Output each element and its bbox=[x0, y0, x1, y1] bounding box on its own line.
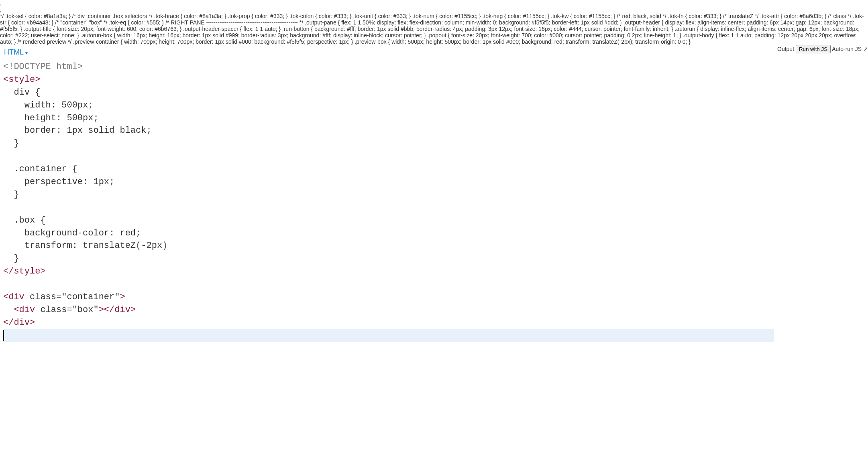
code-line[interactable]: transform: translateZ(-2px) bbox=[3, 239, 774, 252]
code-line[interactable]: <!DOCTYPE html> bbox=[3, 61, 774, 73]
code-line[interactable]: width: 500px; bbox=[3, 99, 774, 112]
code-line[interactable]: div { bbox=[3, 86, 774, 99]
code-line[interactable]: <style> bbox=[3, 73, 774, 86]
editor-header: HTML ▾ bbox=[0, 45, 777, 58]
code-line[interactable] bbox=[3, 150, 774, 163]
code-line[interactable]: </div> bbox=[3, 316, 774, 329]
output-header: Output Run with JS Auto-run JS ↗ bbox=[777, 45, 868, 53]
code-line[interactable]: </style> bbox=[3, 265, 774, 278]
output-pane: Output Run with JS Auto-run JS ↗ bbox=[777, 45, 868, 458]
autorun-label: Auto-run JS bbox=[832, 46, 862, 52]
code-line[interactable]: border: 1px solid black; bbox=[3, 124, 774, 137]
output-title: Output bbox=[777, 46, 794, 52]
language-selector-label: HTML bbox=[4, 48, 24, 57]
code-line[interactable] bbox=[3, 278, 774, 291]
code-line[interactable]: height: 500px; bbox=[3, 112, 774, 125]
code-line[interactable] bbox=[3, 201, 774, 214]
app-root: HTML ▾ <!DOCTYPE html><style> div { widt… bbox=[0, 45, 868, 458]
autorun-toggle[interactable]: Auto-run JS bbox=[832, 46, 863, 52]
code-line[interactable]: <div class="container"> bbox=[3, 291, 774, 304]
run-with-js-button[interactable]: Run with JS bbox=[796, 45, 831, 53]
editor-pane: HTML ▾ <!DOCTYPE html><style> div { widt… bbox=[0, 45, 777, 458]
code-line[interactable]: background-color: red; bbox=[3, 227, 774, 240]
chevron-down-icon: ▾ bbox=[25, 51, 28, 55]
language-selector[interactable]: HTML ▾ bbox=[4, 48, 28, 57]
popout-icon[interactable]: ↗ bbox=[863, 46, 868, 52]
code-line[interactable]: .container { bbox=[3, 163, 774, 176]
code-editor[interactable]: <!DOCTYPE html><style> div { width: 500p… bbox=[0, 58, 777, 458]
code-line[interactable]: } bbox=[3, 252, 774, 265]
code-line[interactable]: .box { bbox=[3, 214, 774, 227]
code-line[interactable] bbox=[3, 329, 774, 342]
code-line[interactable]: } bbox=[3, 137, 774, 150]
code-line[interactable]: perspective: 1px; bbox=[3, 176, 774, 188]
code-line[interactable]: <div class="box"></div> bbox=[3, 304, 774, 316]
code-line[interactable]: } bbox=[3, 188, 774, 201]
